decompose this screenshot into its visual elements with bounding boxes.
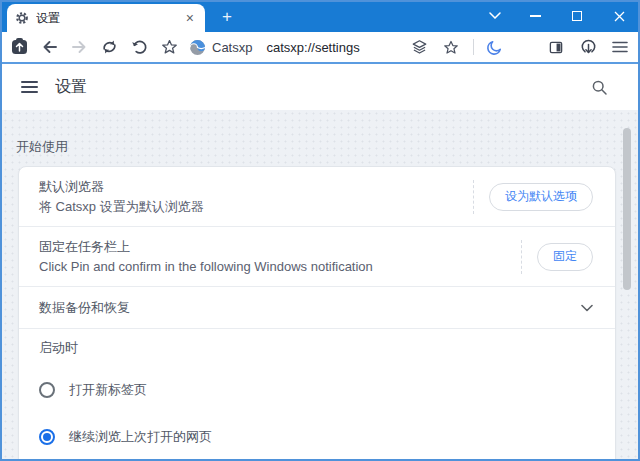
refresh-icon[interactable] [97, 35, 121, 59]
startup-label: 启动时 [39, 338, 78, 358]
set-default-button[interactable]: 设为默认选项 [489, 183, 593, 211]
row-startup-label: 启动时 [19, 329, 615, 363]
default-browser-title: 默认浏览器 [39, 177, 473, 197]
download-icon[interactable] [576, 35, 600, 59]
close-button[interactable] [598, 0, 640, 32]
tab-close-icon[interactable]: × [183, 10, 197, 26]
toolbar-right-group [399, 35, 632, 59]
dark-mode-moon-icon[interactable] [482, 35, 506, 59]
settings-content: 开始使用 默认浏览器 将 Catsxp 设置为默认浏览器 设为默认选项 固定在任… [2, 110, 638, 459]
undo-icon[interactable] [127, 35, 151, 59]
tab-title: 设置 [36, 10, 183, 27]
catsxp-logo-icon [189, 39, 206, 56]
forward-icon[interactable] [67, 35, 91, 59]
tab-search-chevron-icon[interactable] [489, 12, 501, 19]
row-vertical-divider [473, 180, 474, 214]
new-tab-button[interactable]: + [216, 6, 238, 28]
row-pin-taskbar: 固定在任务栏上 Click Pin and confirm in the fol… [19, 227, 615, 287]
settings-menu-icon[interactable] [21, 81, 38, 93]
menu-icon[interactable] [608, 35, 632, 59]
radio-icon[interactable] [39, 382, 55, 398]
pin-taskbar-subtitle: Click Pin and confirm in the following W… [39, 257, 521, 277]
minimize-button[interactable] [514, 0, 556, 32]
section-label: 开始使用 [16, 138, 68, 156]
chevron-down-icon[interactable] [581, 304, 593, 312]
gear-icon [15, 11, 29, 25]
browser-toolbar: Catsxp catsxp://settings [0, 32, 640, 62]
maximize-button[interactable] [556, 0, 598, 32]
sidebar-toggle-icon[interactable] [544, 35, 568, 59]
startup-option-continue[interactable]: 继续浏览上次打开的网页 [19, 417, 615, 457]
site-label: Catsxp [212, 40, 252, 55]
back-icon[interactable] [37, 35, 61, 59]
settings-header: 设置 [2, 64, 638, 110]
toolbar-divider [473, 39, 474, 55]
row-vertical-divider [521, 240, 522, 274]
pin-taskbar-title: 固定在任务栏上 [39, 237, 521, 257]
data-backup-title: 数据备份和恢复 [39, 298, 581, 318]
extensions-icon[interactable] [407, 35, 431, 59]
search-icon[interactable] [591, 79, 608, 96]
settings-card: 默认浏览器 将 Catsxp 设置为默认浏览器 设为默认选项 固定在任务栏上 C… [18, 166, 616, 459]
address-bar-url[interactable]: catsxp://settings [266, 40, 399, 55]
startup-option-continue-label: 继续浏览上次打开的网页 [69, 428, 212, 446]
default-browser-subtitle: 将 Catsxp 设置为默认浏览器 [39, 197, 473, 217]
startup-option-newtab[interactable]: 打开新标签页 [19, 370, 615, 410]
scrollbar-thumb[interactable] [623, 128, 631, 290]
boss-key-icon[interactable] [7, 35, 31, 59]
window-controls [514, 0, 640, 32]
startup-option-newtab-label: 打开新标签页 [69, 381, 147, 399]
page-title: 设置 [55, 77, 87, 98]
pin-button[interactable]: 固定 [537, 243, 593, 271]
bookmark-star-icon[interactable] [439, 35, 463, 59]
browser-tab-settings[interactable]: 设置 × [7, 4, 205, 32]
favorites-star-icon[interactable] [157, 35, 181, 59]
radio-icon[interactable] [39, 429, 55, 445]
row-default-browser: 默认浏览器 将 Catsxp 设置为默认浏览器 设为默认选项 [19, 167, 615, 227]
row-data-backup[interactable]: 数据备份和恢复 [19, 287, 615, 329]
title-bar: 设置 × + [0, 0, 640, 32]
